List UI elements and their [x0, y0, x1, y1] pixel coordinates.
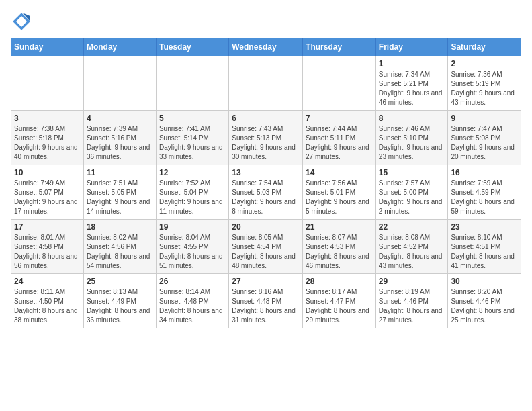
- weekday-header-row: SundayMondayTuesdayWednesdayThursdayFrid…: [11, 38, 521, 56]
- calendar-cell: 17Sunrise: 8:01 AM Sunset: 4:58 PM Dayli…: [11, 220, 84, 274]
- calendar-cell: [229, 56, 303, 111]
- week-row-1: 3Sunrise: 7:38 AM Sunset: 5:18 PM Daylig…: [11, 111, 521, 165]
- day-number: 27: [232, 277, 300, 286]
- day-number: 24: [14, 277, 81, 286]
- day-number: 7: [306, 113, 373, 123]
- day-info: Sunrise: 7:52 AM Sunset: 5:04 PM Dayligh…: [159, 179, 226, 216]
- day-info: Sunrise: 8:16 AM Sunset: 4:48 PM Dayligh…: [232, 287, 300, 325]
- day-info: Sunrise: 8:02 AM Sunset: 4:56 PM Dayligh…: [87, 233, 153, 271]
- day-number: 2: [451, 59, 518, 68]
- day-number: 26: [159, 277, 226, 286]
- calendar-cell: 28Sunrise: 8:17 AM Sunset: 4:47 PM Dayli…: [303, 274, 376, 328]
- day-info: Sunrise: 7:57 AM Sunset: 5:00 PM Dayligh…: [379, 179, 445, 216]
- day-info: Sunrise: 7:41 AM Sunset: 5:14 PM Dayligh…: [159, 124, 226, 162]
- calendar-cell: 21Sunrise: 8:07 AM Sunset: 4:53 PM Dayli…: [303, 220, 376, 274]
- day-info: Sunrise: 7:54 AM Sunset: 5:03 PM Dayligh…: [232, 179, 300, 216]
- day-info: Sunrise: 7:44 AM Sunset: 5:11 PM Dayligh…: [306, 124, 373, 162]
- day-number: 8: [379, 113, 445, 123]
- calendar-cell: 6Sunrise: 7:43 AM Sunset: 5:13 PM Daylig…: [229, 111, 303, 165]
- calendar-cell: 8Sunrise: 7:46 AM Sunset: 5:10 PM Daylig…: [375, 111, 448, 165]
- weekday-header-friday: Friday: [375, 38, 448, 56]
- day-info: Sunrise: 7:59 AM Sunset: 4:59 PM Dayligh…: [451, 179, 518, 216]
- day-number: 16: [451, 168, 518, 177]
- calendar-cell: [11, 56, 84, 111]
- calendar-cell: 13Sunrise: 7:54 AM Sunset: 5:03 PM Dayli…: [229, 165, 303, 220]
- day-number: 15: [379, 168, 445, 177]
- day-number: 5: [159, 113, 226, 123]
- calendar-cell: 10Sunrise: 7:49 AM Sunset: 5:07 PM Dayli…: [11, 165, 84, 220]
- day-info: Sunrise: 8:13 AM Sunset: 4:49 PM Dayligh…: [87, 287, 153, 325]
- calendar-table: SundayMondayTuesdayWednesdayThursdayFrid…: [11, 38, 521, 328]
- calendar-cell: 25Sunrise: 8:13 AM Sunset: 4:49 PM Dayli…: [83, 274, 156, 328]
- day-info: Sunrise: 8:14 AM Sunset: 4:48 PM Dayligh…: [159, 287, 226, 325]
- week-row-0: 1Sunrise: 7:34 AM Sunset: 5:21 PM Daylig…: [11, 56, 521, 111]
- day-info: Sunrise: 7:39 AM Sunset: 5:16 PM Dayligh…: [87, 124, 153, 162]
- day-info: Sunrise: 7:38 AM Sunset: 5:18 PM Dayligh…: [14, 124, 81, 162]
- day-info: Sunrise: 8:04 AM Sunset: 4:55 PM Dayligh…: [159, 233, 226, 271]
- calendar-cell: 23Sunrise: 8:10 AM Sunset: 4:51 PM Dayli…: [448, 220, 521, 274]
- calendar-cell: 24Sunrise: 8:11 AM Sunset: 4:50 PM Dayli…: [11, 274, 84, 328]
- calendar-cell: [303, 56, 376, 111]
- week-row-3: 17Sunrise: 8:01 AM Sunset: 4:58 PM Dayli…: [11, 220, 521, 274]
- calendar-cell: 12Sunrise: 7:52 AM Sunset: 5:04 PM Dayli…: [156, 165, 228, 220]
- day-info: Sunrise: 8:07 AM Sunset: 4:53 PM Dayligh…: [306, 233, 373, 271]
- weekday-header-thursday: Thursday: [303, 38, 376, 56]
- calendar-cell: 9Sunrise: 7:47 AM Sunset: 5:08 PM Daylig…: [448, 111, 521, 165]
- day-number: 28: [306, 277, 373, 286]
- day-info: Sunrise: 7:43 AM Sunset: 5:13 PM Dayligh…: [232, 124, 300, 162]
- calendar-cell: 15Sunrise: 7:57 AM Sunset: 5:00 PM Dayli…: [375, 165, 448, 220]
- day-info: Sunrise: 7:36 AM Sunset: 5:19 PM Dayligh…: [451, 70, 518, 107]
- day-info: Sunrise: 8:20 AM Sunset: 4:46 PM Dayligh…: [451, 287, 518, 325]
- page-header: [11, 11, 521, 32]
- calendar-cell: 20Sunrise: 8:05 AM Sunset: 4:54 PM Dayli…: [229, 220, 303, 274]
- day-number: 10: [14, 168, 81, 177]
- day-number: 19: [159, 222, 226, 232]
- weekday-header-tuesday: Tuesday: [156, 38, 228, 56]
- day-number: 23: [451, 222, 518, 232]
- week-row-4: 24Sunrise: 8:11 AM Sunset: 4:50 PM Dayli…: [11, 274, 521, 328]
- day-number: 4: [87, 113, 153, 123]
- day-number: 17: [14, 222, 81, 232]
- day-info: Sunrise: 8:10 AM Sunset: 4:51 PM Dayligh…: [451, 233, 518, 271]
- calendar-cell: 16Sunrise: 7:59 AM Sunset: 4:59 PM Dayli…: [448, 165, 521, 220]
- calendar-cell: 22Sunrise: 8:08 AM Sunset: 4:52 PM Dayli…: [375, 220, 448, 274]
- calendar-cell: 14Sunrise: 7:56 AM Sunset: 5:01 PM Dayli…: [303, 165, 376, 220]
- day-number: 12: [159, 168, 226, 177]
- day-number: 14: [306, 168, 373, 177]
- calendar-cell: 7Sunrise: 7:44 AM Sunset: 5:11 PM Daylig…: [303, 111, 376, 165]
- calendar-cell: 29Sunrise: 8:19 AM Sunset: 4:46 PM Dayli…: [375, 274, 448, 328]
- calendar-cell: 26Sunrise: 8:14 AM Sunset: 4:48 PM Dayli…: [156, 274, 228, 328]
- day-number: 25: [87, 277, 153, 286]
- day-number: 9: [451, 113, 518, 123]
- day-info: Sunrise: 8:19 AM Sunset: 4:46 PM Dayligh…: [379, 287, 445, 325]
- calendar-cell: [83, 56, 156, 111]
- calendar-cell: 4Sunrise: 7:39 AM Sunset: 5:16 PM Daylig…: [83, 111, 156, 165]
- weekday-header-wednesday: Wednesday: [229, 38, 303, 56]
- weekday-header-monday: Monday: [83, 38, 156, 56]
- day-number: 11: [87, 168, 153, 177]
- calendar-cell: 3Sunrise: 7:38 AM Sunset: 5:18 PM Daylig…: [11, 111, 84, 165]
- day-info: Sunrise: 7:56 AM Sunset: 5:01 PM Dayligh…: [306, 179, 373, 216]
- calendar-cell: 30Sunrise: 8:20 AM Sunset: 4:46 PM Dayli…: [448, 274, 521, 328]
- day-info: Sunrise: 7:47 AM Sunset: 5:08 PM Dayligh…: [451, 124, 518, 162]
- day-info: Sunrise: 7:34 AM Sunset: 5:21 PM Dayligh…: [379, 70, 445, 107]
- calendar-cell: 27Sunrise: 8:16 AM Sunset: 4:48 PM Dayli…: [229, 274, 303, 328]
- calendar-cell: 19Sunrise: 8:04 AM Sunset: 4:55 PM Dayli…: [156, 220, 228, 274]
- day-number: 1: [379, 59, 445, 68]
- day-number: 30: [451, 277, 518, 286]
- week-row-2: 10Sunrise: 7:49 AM Sunset: 5:07 PM Dayli…: [11, 165, 521, 220]
- weekday-header-sunday: Sunday: [11, 38, 84, 56]
- logo: [11, 11, 35, 32]
- day-info: Sunrise: 7:49 AM Sunset: 5:07 PM Dayligh…: [14, 179, 81, 216]
- day-info: Sunrise: 8:11 AM Sunset: 4:50 PM Dayligh…: [14, 287, 81, 325]
- logo-icon: [11, 11, 32, 32]
- day-info: Sunrise: 7:51 AM Sunset: 5:05 PM Dayligh…: [87, 179, 153, 216]
- calendar-cell: 11Sunrise: 7:51 AM Sunset: 5:05 PM Dayli…: [83, 165, 156, 220]
- calendar-body: 1Sunrise: 7:34 AM Sunset: 5:21 PM Daylig…: [11, 56, 521, 328]
- day-info: Sunrise: 8:08 AM Sunset: 4:52 PM Dayligh…: [379, 233, 445, 271]
- day-number: 3: [14, 113, 81, 123]
- day-info: Sunrise: 8:01 AM Sunset: 4:58 PM Dayligh…: [14, 233, 81, 271]
- calendar-cell: 2Sunrise: 7:36 AM Sunset: 5:19 PM Daylig…: [448, 56, 521, 111]
- day-number: 21: [306, 222, 373, 232]
- day-info: Sunrise: 8:05 AM Sunset: 4:54 PM Dayligh…: [232, 233, 300, 271]
